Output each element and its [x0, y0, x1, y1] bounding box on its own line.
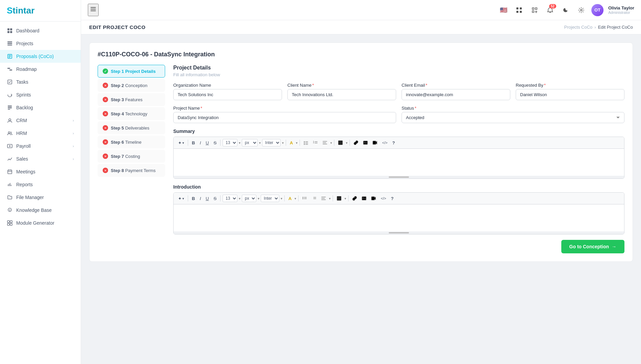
go-to-conception-button[interactable]: Go to Conception →	[561, 240, 624, 253]
sidebar-item-knowledge-base[interactable]: Knowledge Base	[0, 204, 81, 217]
intro-rte-bold-btn[interactable]: B	[190, 195, 197, 202]
topbar-user-name: Olivia Taylor	[608, 5, 634, 10]
svg-rect-8	[9, 69, 12, 71]
intro-rte-strike-btn[interactable]: S	[212, 195, 218, 202]
intro-rte-table[interactable]	[335, 195, 343, 202]
sidebar-item-projects[interactable]: Projects	[0, 37, 81, 50]
intro-rte-font[interactable]: Inter	[261, 195, 279, 202]
sidebar-item-proposals[interactable]: Proposals (CoCo)	[0, 50, 81, 63]
sidebar-item-tasks[interactable]: Tasks	[0, 76, 81, 88]
step-6-dot: ✕	[103, 139, 108, 145]
intro-rte-link[interactable]	[351, 195, 359, 202]
hamburger-button[interactable]	[88, 4, 99, 16]
rte-underline-btn[interactable]: U	[204, 139, 210, 146]
step-7[interactable]: ✕ Step 7 Costing	[98, 150, 165, 163]
rte-ol-btn[interactable]: 1.2.	[311, 139, 319, 146]
intro-rte-help[interactable]: ?	[389, 195, 395, 202]
backlog-icon	[7, 105, 13, 111]
rte-font-family-select[interactable]: InterArial	[262, 139, 281, 146]
intro-rte-font-size[interactable]: 13	[223, 195, 237, 202]
client-email-input[interactable]	[402, 89, 510, 100]
rte-magic-btn[interactable]: ✦ ▾	[176, 139, 186, 146]
intro-rte-ol[interactable]	[310, 195, 318, 202]
flag-emoji: 🇺🇸	[500, 6, 507, 14]
step-4[interactable]: ✕ Step 4 Technology	[98, 107, 165, 120]
requested-by-input[interactable]	[516, 89, 624, 100]
rte-image-btn[interactable]	[361, 139, 369, 146]
project-name-input[interactable]	[173, 112, 396, 123]
intro-rte-color[interactable]: A	[287, 195, 293, 202]
summary-body[interactable]	[174, 149, 624, 176]
intro-rte-magic-btn[interactable]: ✦ ▾	[176, 195, 186, 202]
rte-video-btn[interactable]	[371, 139, 379, 146]
intro-scrollbar[interactable]	[174, 231, 624, 234]
intro-rte-ul[interactable]	[301, 195, 309, 202]
sidebar-item-label-dashboard: Dashboard	[16, 28, 40, 33]
sidebar-item-label-meetings: Meetings	[16, 169, 35, 174]
sidebar-item-reports[interactable]: Reports	[0, 178, 81, 191]
breadcrumb-projects[interactable]: Projects CoCo	[564, 25, 593, 30]
status-select[interactable]: Accepted Pending Rejected	[402, 112, 624, 123]
sidebar-item-module-generator[interactable]: Module Generator	[0, 217, 81, 229]
rte-code-btn[interactable]: </>	[380, 140, 389, 146]
rte-link-btn[interactable]	[352, 139, 360, 146]
client-name-input[interactable]	[287, 89, 396, 100]
rte-italic-btn[interactable]: I	[198, 139, 203, 146]
rte-help-btn[interactable]: ?	[390, 139, 396, 146]
svg-rect-7	[7, 68, 10, 69]
settings-icon[interactable]	[576, 5, 587, 16]
sidebar-item-sprints[interactable]: Sprints	[0, 88, 81, 101]
intro-rte-underline-btn[interactable]: U	[204, 195, 210, 202]
summary-toolbar: ✦ ▾ B I U S 131416 ▾ pxem ▾ InterArial	[174, 137, 624, 149]
rte-unit-select[interactable]: pxem	[242, 139, 258, 146]
step-5[interactable]: ✕ Step 5 Deliverables	[98, 121, 165, 134]
sidebar-item-label-crm: CRM	[16, 118, 27, 123]
avatar[interactable]: OT	[591, 4, 604, 16]
dark-mode-icon[interactable]	[560, 5, 571, 16]
sidebar-item-meetings[interactable]: Meetings	[0, 165, 81, 178]
sidebar-item-payroll[interactable]: Payroll ›	[0, 140, 81, 152]
requested-by-group: Requested By*	[516, 83, 624, 100]
step-1[interactable]: ✓ Step 1 Project Details	[98, 65, 165, 78]
requested-by-label: Requested By*	[516, 83, 624, 88]
svg-point-24	[580, 9, 582, 11]
intro-rte-video[interactable]	[369, 195, 378, 202]
sidebar-item-roadmap[interactable]: Roadmap	[0, 63, 81, 76]
step-8[interactable]: ✕ Step 8 Payment Terms	[98, 164, 165, 177]
introduction-body[interactable]	[174, 204, 624, 231]
rte-bold-btn[interactable]: B	[190, 139, 197, 146]
sidebar-item-sales[interactable]: Sales ›	[0, 152, 81, 165]
flag-icon[interactable]: 🇺🇸	[498, 5, 509, 16]
reports-icon	[7, 181, 13, 188]
step-3[interactable]: ✕ Step 3 Features	[98, 93, 165, 106]
rte-table-btn[interactable]	[336, 139, 344, 146]
intro-rte-align[interactable]	[319, 195, 328, 202]
notification-icon[interactable]: 52	[545, 5, 556, 16]
intro-rte-code[interactable]: </>	[379, 195, 388, 201]
sidebar-item-crm[interactable]: CRM ›	[0, 114, 81, 127]
intro-rte-image[interactable]	[360, 195, 368, 202]
rte-ul-btn[interactable]	[302, 139, 310, 146]
step-7-dot: ✕	[103, 153, 108, 159]
topbar-user-role: Administrator	[608, 10, 634, 15]
org-name-input[interactable]	[173, 89, 282, 100]
summary-scrollbar[interactable]	[174, 176, 624, 178]
status-label: Status*	[402, 106, 624, 111]
rte-color-btn[interactable]: A	[288, 139, 294, 146]
sidebar-item-backlog[interactable]: Backlog	[0, 101, 81, 114]
sidebar-item-hrm[interactable]: HRM ›	[0, 127, 81, 140]
client-email-label: Client Email*	[402, 83, 510, 88]
intro-rte-italic-btn[interactable]: I	[198, 195, 203, 202]
sidebar-item-dashboard[interactable]: Dashboard	[0, 24, 81, 37]
grid-plus-icon[interactable]	[529, 5, 540, 16]
step-6[interactable]: ✕ Step 6 Timeline	[98, 136, 165, 148]
rte-strike-btn[interactable]: S	[212, 139, 218, 146]
svg-rect-36	[337, 196, 341, 200]
rte-align-btn[interactable]	[321, 139, 329, 146]
apps-icon[interactable]	[514, 5, 524, 16]
step-2[interactable]: ✕ Step 2 Conception	[98, 79, 165, 92]
rte-font-size-select[interactable]: 131416	[223, 139, 237, 146]
breadcrumb: Projects CoCo › Edit Project CoCo	[564, 25, 633, 30]
intro-rte-unit[interactable]: px	[242, 195, 256, 202]
sidebar-item-file-manager[interactable]: File Manager	[0, 191, 81, 204]
